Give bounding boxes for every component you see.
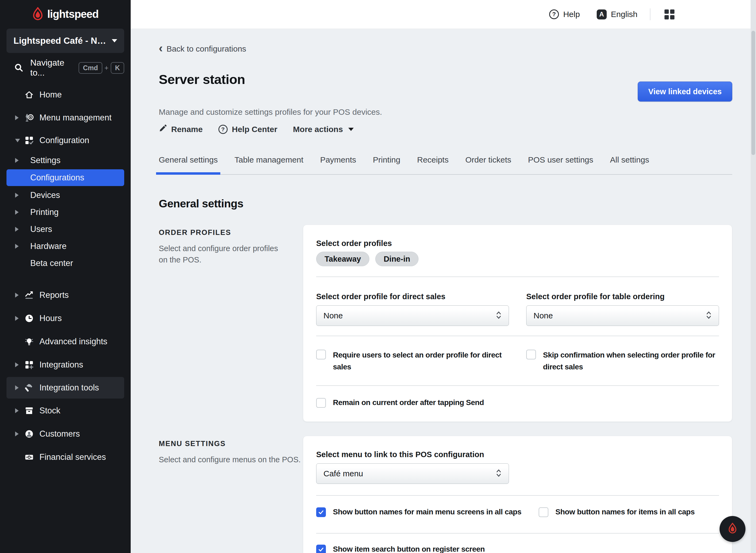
section-desc-menu-settings: Select and configure menus on the POS.	[159, 454, 286, 465]
back-link[interactable]: ‹ Back to configurations	[159, 44, 246, 54]
reports-icon	[24, 290, 34, 300]
tab-order-tickets[interactable]: Order tickets	[465, 155, 511, 174]
search-placeholder: Navigate to...	[30, 58, 71, 78]
menu-settings-section: MENU SETTINGS Select and configure menus…	[159, 436, 732, 553]
plus-sign: +	[104, 64, 108, 72]
sidebar: lightspeed Lightspeed Café - New ... Nav…	[0, 0, 131, 553]
direct-sales-label: Select order profile for direct sales	[316, 292, 509, 301]
help-center-icon: ?	[219, 125, 228, 134]
view-linked-devices-button[interactable]: View linked devices	[638, 82, 732, 101]
sidebar-item-customers[interactable]: Customers	[0, 422, 131, 446]
page-actions: Rename ? Help Center More actions	[159, 124, 732, 134]
order-profiles-card: Select order profiles Takeaway Dine-in S…	[303, 225, 732, 422]
brand-wordmark: lightspeed	[47, 8, 98, 20]
checkbox-icon	[316, 545, 326, 553]
global-search[interactable]: Navigate to... Cmd + K	[14, 59, 124, 76]
sidebar-item-hours[interactable]: Hours	[0, 307, 131, 330]
app-launcher-icon[interactable]	[664, 9, 674, 19]
select-order-profiles-label: Select order profiles	[316, 239, 719, 248]
sidebar-item-settings[interactable]: Settings	[0, 152, 131, 169]
table-ordering-label: Select order profile for table ordering	[526, 292, 719, 301]
language-icon: A	[597, 9, 607, 19]
sidebar-nav: Home Menu management Configuration	[0, 83, 131, 469]
store-selector[interactable]: Lightspeed Café - New ...	[6, 29, 124, 53]
card-divider	[316, 336, 719, 336]
sidebar-item-home[interactable]: Home	[0, 83, 131, 106]
sidebar-item-integration-tools[interactable]: Integration tools	[6, 377, 124, 399]
section-title-order-profiles: ORDER PROFILES	[159, 228, 286, 237]
checkbox-icon	[526, 350, 536, 360]
checkbox-skip-confirmation[interactable]: Skip confirmation when selecting order p…	[526, 349, 719, 373]
checkbox-icon	[539, 507, 549, 517]
tab-pos-user-settings[interactable]: POS user settings	[528, 155, 593, 174]
sidebar-item-integrations[interactable]: Integrations	[0, 353, 131, 376]
checkbox-items-caps[interactable]: Show button names for items in all caps	[539, 506, 719, 518]
topbar: ? Help A English	[131, 0, 756, 29]
checkbox-main-menu-caps[interactable]: Show button names for main menu screens …	[316, 506, 521, 518]
sidebar-item-reports[interactable]: Reports	[0, 284, 131, 307]
sidebar-item-devices[interactable]: Devices	[0, 186, 131, 204]
configuration-icon	[24, 136, 34, 145]
chevron-right-icon	[15, 244, 22, 249]
sidebar-item-financial-services[interactable]: Financial services	[0, 446, 131, 469]
checkbox-require-order-profile[interactable]: Require users to select an order profile…	[316, 349, 509, 373]
sidebar-item-printing[interactable]: Printing	[0, 204, 131, 221]
lightspeed-flame-icon	[728, 523, 737, 536]
sidebar-item-beta-center[interactable]: Beta center	[0, 255, 131, 271]
section-title-menu-settings: MENU SETTINGS	[159, 440, 286, 448]
scrollbar-thumb[interactable]	[751, 31, 755, 155]
more-actions-button[interactable]: More actions	[293, 125, 354, 134]
chevron-right-icon	[15, 227, 22, 232]
section-desc-order-profiles: Select and configure order profiles on t…	[159, 243, 286, 265]
menu-link-label: Select menu to link to this POS configur…	[316, 450, 719, 459]
stock-box-icon	[24, 406, 34, 415]
order-profile-chips: Takeaway Dine-in	[316, 252, 719, 266]
sidebar-item-users[interactable]: Users	[0, 221, 131, 238]
tab-payments[interactable]: Payments	[320, 155, 356, 174]
direct-sales-select[interactable]: None	[316, 305, 509, 326]
checkbox-item-search[interactable]: Show item search button on register scre…	[316, 543, 719, 553]
chevron-right-icon	[15, 431, 22, 437]
lightbulb-icon	[24, 337, 34, 346]
help-center-button[interactable]: ? Help Center	[219, 125, 277, 134]
tab-receipts[interactable]: Receipts	[417, 155, 449, 174]
sidebar-item-menu-management[interactable]: Menu management	[0, 106, 131, 129]
chevron-right-icon	[15, 115, 22, 120]
table-ordering-select[interactable]: None	[526, 305, 719, 326]
language-button[interactable]: A English	[597, 9, 638, 19]
sidebar-item-stock[interactable]: Stock	[0, 399, 131, 422]
tab-all-settings[interactable]: All settings	[610, 155, 649, 174]
tab-table-management[interactable]: Table management	[234, 155, 303, 174]
lightspeed-assistant-button[interactable]	[720, 516, 746, 542]
chevron-right-icon	[15, 293, 22, 298]
chevron-right-icon	[15, 210, 22, 215]
pencil-icon	[159, 124, 167, 134]
chevron-right-icon	[15, 193, 22, 198]
chip-takeaway[interactable]: Takeaway	[316, 252, 369, 266]
home-icon	[24, 90, 34, 100]
main-content: ‹ Back to configurations Server station …	[131, 29, 756, 553]
dining-icon	[24, 113, 34, 123]
sidebar-item-hardware[interactable]: Hardware	[0, 238, 131, 255]
chevron-left-icon: ‹	[159, 44, 163, 52]
scrollbar-track[interactable]	[751, 0, 756, 553]
card-divider	[316, 385, 719, 386]
select-stepper-icon	[496, 311, 502, 320]
banknote-icon	[24, 452, 34, 462]
clock-icon	[24, 314, 34, 323]
sidebar-item-configurations[interactable]: Configurations	[6, 169, 124, 186]
menu-select[interactable]: Café menu	[316, 463, 509, 484]
lightspeed-flame-icon	[32, 7, 44, 21]
select-stepper-icon	[706, 311, 712, 320]
sidebar-item-advanced-insights[interactable]: Advanced insights	[0, 330, 131, 353]
cmd-key: Cmd	[79, 62, 102, 74]
integrations-icon	[24, 360, 34, 370]
chip-dine-in[interactable]: Dine-in	[375, 252, 419, 266]
help-button[interactable]: ? Help	[549, 9, 580, 19]
page-title: Server station	[159, 72, 245, 87]
rename-button[interactable]: Rename	[159, 124, 203, 134]
sidebar-item-configuration[interactable]: Configuration	[0, 129, 131, 152]
checkbox-remain-on-order[interactable]: Remain on current order after tapping Se…	[316, 397, 719, 408]
tab-printing[interactable]: Printing	[373, 155, 400, 174]
tab-general-settings[interactable]: General settings	[159, 155, 218, 174]
